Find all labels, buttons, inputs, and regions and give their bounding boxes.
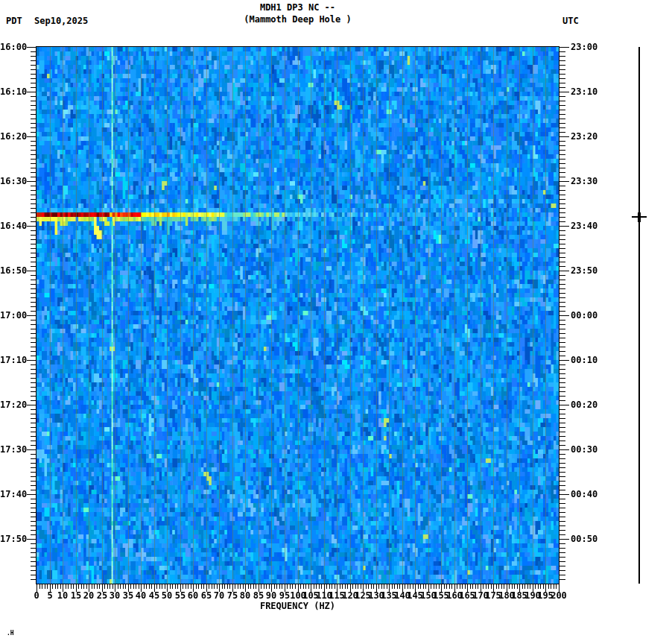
x-axis-tick [279,584,280,589]
x-axis-tick [347,584,348,589]
y-axis-left-tick [31,525,37,526]
y-axis-right-tick-label: 00:10 [571,355,597,365]
y-axis-left-tick [31,212,37,213]
y-axis-left-tick [31,311,37,312]
y-axis-right-tick [560,347,565,347]
x-axis-tick [527,584,528,589]
y-axis-right-tick [560,47,569,48]
y-axis-left-tick [31,391,37,392]
y-axis-right-tick [560,141,565,142]
x-axis-tick [243,584,244,589]
x-axis-tick [457,584,457,589]
y-axis-left-tick [31,400,37,401]
x-axis-tick [358,584,358,589]
y-axis-right-tick [560,418,565,419]
y-axis-left-tick [31,145,37,146]
x-axis-tick [303,584,304,589]
x-axis-tick [496,584,497,589]
x-axis-tick [387,584,387,589]
x-axis-tick [332,584,332,589]
y-axis-left-tick [31,342,37,343]
x-axis-tick [449,584,450,589]
y-axis-left-tick [27,92,37,92]
y-axis-left-tick [31,306,37,307]
y-axis-left-tick [31,414,37,414]
y-axis-left-tick [31,60,37,61]
x-axis-tick [136,584,136,589]
x-axis-tick [83,584,84,589]
y-axis-right-tick [560,244,565,244]
y-axis-right-tick [560,373,565,374]
y-axis-right-tick [560,552,565,553]
x-axis-tick [465,584,466,589]
x-axis-tick [431,584,431,589]
y-axis-right-tick [560,186,565,186]
y-axis-left-tick [31,253,37,253]
x-axis-tick [399,584,400,589]
y-axis-left-tick [31,378,37,379]
x-axis-tick [110,584,110,589]
x-axis-tick [488,584,489,589]
x-axis-tick [229,584,230,589]
x-axis-tick [384,584,384,589]
y-axis-left-tick [31,163,37,164]
y-axis-right-tick [560,154,565,155]
y-axis-left-tick [31,297,37,298]
x-axis-tick [340,584,340,589]
x-axis-tick [352,584,353,589]
x-axis-tick [486,584,486,589]
y-axis-right-tick [560,181,569,182]
y-axis-right-tick [560,449,569,450]
x-axis-tick [491,584,492,589]
x-axis-tick [191,584,191,589]
corner-mark: .H [7,630,14,637]
x-axis-tick [52,584,53,589]
y-axis-left-tick [31,566,37,566]
y-axis-left-tick [27,449,37,450]
y-axis-left-tick-label: 17:30 [0,444,27,455]
x-axis-tick [538,584,539,589]
y-axis-left-tick-label: 16:30 [0,176,27,186]
x-axis-tick [149,584,150,589]
y-axis-left-tick [31,436,37,437]
y-axis-right-tick [560,548,565,549]
x-axis-tick [434,584,434,589]
x-axis-tick [99,584,100,589]
y-axis-left-tick [31,485,37,486]
y-axis-left-tick [31,364,37,365]
y-axis-left-tick [31,338,37,338]
y-axis-left-tick [31,280,37,280]
y-axis-right-tick [560,508,565,508]
y-axis-right-tick [560,387,565,388]
y-axis-right-tick [560,235,565,236]
x-axis-tick [329,584,330,589]
y-axis-left-tick [31,110,37,110]
y-axis-right-tick [560,56,565,57]
x-axis-tick [104,584,105,589]
y-axis-right-tick [560,333,565,334]
x-axis-tick [501,584,502,589]
y-axis-right-tick-label: 00:40 [571,489,597,499]
x-axis-tick [60,584,61,589]
x-axis-tick [94,584,95,589]
y-axis-left-tick [31,387,37,388]
y-axis-left-tick [31,472,37,473]
x-axis-tick [261,584,261,589]
y-axis-left-tick [31,293,37,294]
x-axis-tick [183,584,183,589]
y-axis-left-tick [31,74,37,75]
y-axis-left-tick [27,539,37,540]
amplitude-trace-line [638,47,640,584]
x-axis-tick [292,584,293,589]
x-axis-tick [264,584,264,589]
y-axis-right-tick [560,262,565,262]
y-axis-left-tick [27,494,37,495]
y-axis-right-tick-label: 00:00 [571,310,597,321]
y-axis-left-tick [31,427,37,428]
y-axis-left-tick-label: 16:40 [0,221,27,231]
x-axis-tick [475,584,476,589]
x-axis-tick [125,584,126,589]
y-axis-right-tick [560,297,565,298]
y-axis-left-tick [31,119,37,119]
y-axis-left-tick [31,432,37,432]
